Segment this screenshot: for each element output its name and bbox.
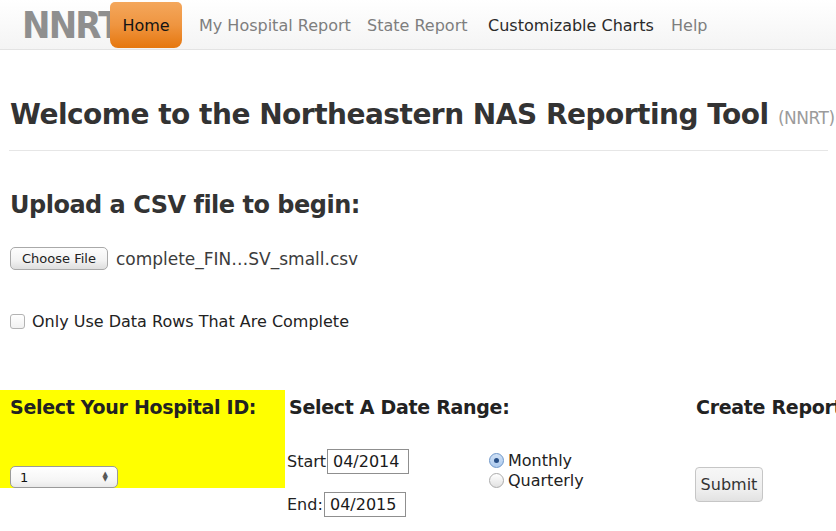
choose-file-button[interactable]: Choose File (10, 247, 108, 270)
start-date-row: Start: (287, 449, 409, 474)
end-date-label: End: (287, 495, 324, 514)
radio-quarterly-circle[interactable] (489, 473, 504, 488)
complete-rows-checkbox[interactable] (10, 314, 25, 329)
end-date-row: End: (287, 492, 406, 517)
submit-button[interactable]: Submit (695, 467, 763, 502)
uploaded-file-name: complete_FIN…SV_small.csv (116, 249, 358, 269)
page-title: Welcome to the Northeastern NAS Reportin… (10, 98, 835, 131)
radio-monthly[interactable]: Monthly (489, 450, 584, 470)
create-reports-heading: Create Reports: (696, 396, 836, 418)
nav-item-label: My Hospital Report (199, 16, 351, 35)
nav-item-state-report[interactable]: State Report (367, 0, 467, 50)
file-upload-row: Choose File complete_FIN…SV_small.csv (10, 247, 358, 270)
radio-monthly-circle[interactable] (489, 453, 504, 468)
radio-monthly-label: Monthly (508, 451, 572, 470)
hospital-id-section: Select Your Hospital ID: 1 ▲ ▼ (0, 390, 285, 488)
page-title-suffix: (NNRT) (778, 108, 835, 128)
nav-item-help[interactable]: Help (671, 0, 707, 50)
brand-logo[interactable]: NNRT (22, 4, 120, 47)
date-range-heading: Select A Date Range: (289, 396, 510, 418)
nav-item-label: State Report (367, 16, 467, 35)
complete-rows-checkbox-label: Only Use Data Rows That Are Complete (32, 312, 349, 331)
arrow-down-icon: ▼ (103, 477, 108, 482)
start-date-label: Start: (287, 452, 327, 471)
radio-quarterly-label: Quarterly (508, 471, 584, 490)
page-title-main: Welcome to the Northeastern NAS Reportin… (10, 98, 778, 131)
end-date-input[interactable] (324, 492, 406, 517)
nav-item-label: Home (122, 16, 169, 35)
complete-rows-checkbox-row[interactable]: Only Use Data Rows That Are Complete (10, 312, 349, 331)
navbar: NNRT Home My Hospital Report State Repor… (0, 0, 836, 50)
nav-item-my-hospital-report[interactable]: My Hospital Report (199, 0, 351, 50)
divider (9, 150, 828, 151)
radio-quarterly[interactable]: Quarterly (489, 470, 584, 490)
start-date-input[interactable] (327, 449, 409, 474)
nav-item-label: Customizable Charts (488, 16, 654, 35)
page: NNRT Home My Hospital Report State Repor… (0, 0, 836, 531)
nav-item-customizable-charts[interactable]: Customizable Charts (488, 0, 654, 50)
hospital-id-heading: Select Your Hospital ID: (10, 396, 256, 418)
nav-item-home[interactable]: Home (110, 2, 182, 48)
upload-heading: Upload a CSV file to begin: (10, 191, 360, 219)
nav-item-label: Help (671, 16, 707, 35)
frequency-radio-group: Monthly Quarterly (489, 450, 584, 490)
hospital-id-selected-value: 1 (20, 470, 103, 485)
hospital-id-select[interactable]: 1 ▲ ▼ (10, 466, 118, 488)
select-stepper-icon: ▲ ▼ (103, 472, 108, 482)
